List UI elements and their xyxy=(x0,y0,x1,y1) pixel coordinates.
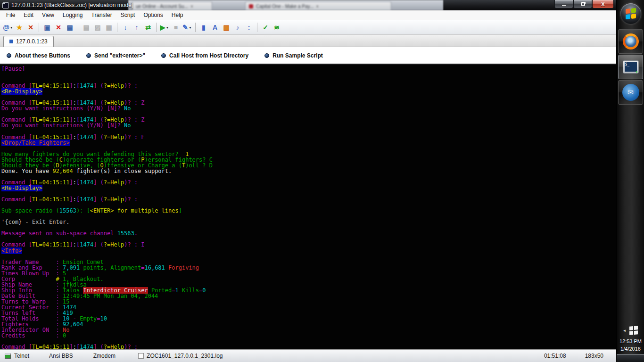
download-button[interactable]: ↓ xyxy=(120,22,131,33)
close-button[interactable]: X xyxy=(592,0,614,8)
terminal-line: Sub-space radio (15563): [<ENTER> for mu… xyxy=(1,208,616,214)
bullet-icon xyxy=(264,53,269,58)
terminal-line: <Drop/Take Fighters> xyxy=(1,140,616,146)
disconnect-button[interactable]: ✕ xyxy=(53,22,64,33)
connection-status-icon xyxy=(5,353,11,359)
device-settings-icon: ▮ xyxy=(202,24,206,31)
edit-script-button[interactable]: ✎▼ xyxy=(182,22,193,33)
send-exit-button-label: Send "exit<enter>" xyxy=(94,52,145,59)
font-settings-icon: A xyxy=(213,24,217,31)
log-file-name[interactable]: ZOC1601_127.0.0.1_2301.log xyxy=(147,353,223,359)
auto-transfer-icon: ⇄ xyxy=(145,24,151,31)
tray-expand-arrow-icon[interactable]: ◂ xyxy=(623,328,626,333)
session-log-icon: ▤ xyxy=(66,24,73,31)
taskbar-thunderbird-button[interactable]: ✉ xyxy=(618,80,643,105)
terminal-line: Command [TL=04:15:11]:[1474] (?=Help)? : xyxy=(1,344,616,349)
quick-settings-icon: ≋ xyxy=(274,24,280,31)
background-tab-label: ue Online - Account Su... xyxy=(136,4,188,9)
close-connection-button[interactable]: ✕ xyxy=(25,22,36,33)
bullet-icon xyxy=(7,53,11,58)
menu-transfer[interactable]: Transfer xyxy=(87,11,116,19)
sound-settings-button[interactable]: ♪ xyxy=(232,22,243,33)
run-sample-script-button[interactable]: Run Sample Script xyxy=(264,52,323,59)
menu-edit[interactable]: Edit xyxy=(19,11,38,19)
bullet-icon xyxy=(161,53,166,58)
title-bar[interactable]: ue Online - Account Su...xCapital One - … xyxy=(0,0,616,10)
color-settings-icon: ▥ xyxy=(223,24,229,31)
connection-type[interactable]: Telnet xyxy=(14,353,29,359)
run-sample-script-button-label: Run Sample Script xyxy=(272,52,323,59)
menu-file[interactable]: File xyxy=(2,11,19,19)
quick-connection-button[interactable]: ★ xyxy=(14,22,25,33)
dropdown-arrow-icon[interactable]: ▼ xyxy=(10,26,13,29)
color-settings-button[interactable]: ▥ xyxy=(221,22,232,33)
paste-button: ▤ xyxy=(81,22,92,33)
connect-icon: ▣ xyxy=(44,24,50,31)
quick-connection-icon: ★ xyxy=(17,24,23,31)
about-these-buttons-button[interactable]: About these Buttons xyxy=(7,52,70,59)
terminal-line: Command [TL=04:15:11]:[1474] (?=Help)? : xyxy=(1,197,616,202)
menu-options[interactable]: Options xyxy=(139,11,167,19)
desktop: ue Online - Account Su...xCapital One - … xyxy=(0,0,644,362)
toolbar: @▼★✕▣✕▤▤▨▦↓↑⇄▶▼■✎▼▮A▥♪:✓≋ xyxy=(0,20,616,35)
background-browser-tabs: ue Online - Account Su...xCapital One - … xyxy=(128,0,443,10)
options-button[interactable]: ✓ xyxy=(260,22,271,33)
log-file-checkbox[interactable] xyxy=(138,353,144,359)
emulation-type[interactable]: Ansi BBS xyxy=(49,353,73,359)
transfer-protocol[interactable]: Zmodem xyxy=(93,353,116,359)
menu-help[interactable]: Help xyxy=(167,11,188,19)
clipboard-edit-button: ▨ xyxy=(92,22,103,33)
upload-button[interactable]: ↑ xyxy=(131,22,142,33)
call-host-button[interactable]: Call Host from Host Directory xyxy=(161,52,248,59)
edit-script-icon: ✎ xyxy=(182,24,188,31)
show-desktop-button[interactable] xyxy=(617,354,644,362)
app-icon[interactable] xyxy=(2,2,9,8)
background-browser-tab: ue Online - Account Su...x xyxy=(132,1,212,10)
auto-transfer-button[interactable]: ⇄ xyxy=(142,22,154,33)
clock-date: 1/4/2016 xyxy=(617,345,644,353)
terminal-icon: $_ xyxy=(623,60,639,74)
menu-logging[interactable]: Logging xyxy=(58,11,87,19)
restore-button[interactable] xyxy=(573,0,592,8)
stop-script-button: ■ xyxy=(170,22,182,33)
terminal-line: Current Sector : 1474 xyxy=(1,304,616,310)
host-directory-icon: @ xyxy=(3,24,9,31)
device-settings-button[interactable]: ▮ xyxy=(198,22,209,33)
font-settings-button[interactable]: A xyxy=(209,22,221,33)
dropdown-arrow-icon[interactable]: ▼ xyxy=(189,26,192,29)
session-log-button[interactable]: ▤ xyxy=(64,22,75,33)
run-script-button[interactable]: ▶▼ xyxy=(159,22,170,33)
background-browser-tab: Capital One - Make a Pay...x xyxy=(245,1,391,10)
firefox-icon xyxy=(623,33,639,49)
terminal-line: Command [TL=04:15:11]:[1474] (?=Help)? : xyxy=(1,180,616,185)
terminal-line: Rank and Exp : 7,091 points, Alignment=1… xyxy=(1,265,616,271)
close-icon: X xyxy=(601,1,604,7)
background-tab-close-icon: x xyxy=(316,4,319,8)
session-tab[interactable]: 127.0.0.1:23 xyxy=(3,36,54,47)
menu-view[interactable]: View xyxy=(38,11,58,19)
send-exit-button[interactable]: Send "exit<enter>" xyxy=(86,52,145,59)
action-center-flag-icon[interactable] xyxy=(629,326,638,335)
connect-button[interactable]: ▣ xyxy=(41,22,53,33)
host-directory-button[interactable]: @▼ xyxy=(2,22,14,33)
minimize-button[interactable] xyxy=(554,0,573,8)
terminal-line: Do you want instructions (Y/N) [N]? No xyxy=(1,123,616,128)
cursor-settings-button[interactable]: : xyxy=(243,22,255,33)
options-icon: ✓ xyxy=(263,24,268,31)
taskbar-clock[interactable]: 12:53 PM 1/4/2016 xyxy=(617,337,644,353)
terminal-screen[interactable]: [Pause] Command [TL=04:15:11]:[1474] (?=… xyxy=(0,65,616,349)
start-button[interactable] xyxy=(620,3,641,24)
clock-time: 12:53 PM xyxy=(617,337,644,345)
quick-settings-button[interactable]: ≋ xyxy=(271,22,282,33)
windows-logo-icon xyxy=(626,8,636,19)
menu-script[interactable]: Script xyxy=(116,11,140,19)
toolbar-separator xyxy=(156,23,157,32)
terminal-line: Interdictor ON : No xyxy=(1,327,616,333)
download-icon: ↓ xyxy=(124,24,127,31)
toolbar-separator xyxy=(195,23,196,32)
close-connection-icon: ✕ xyxy=(28,24,33,31)
taskbar-zoc-terminal-button[interactable]: $_ xyxy=(618,55,643,79)
terminal-line: Done. You have 92,604 fighter(s) in clos… xyxy=(1,168,616,174)
taskbar-firefox-button[interactable] xyxy=(618,29,643,54)
dropdown-arrow-icon[interactable]: ▼ xyxy=(165,26,169,29)
